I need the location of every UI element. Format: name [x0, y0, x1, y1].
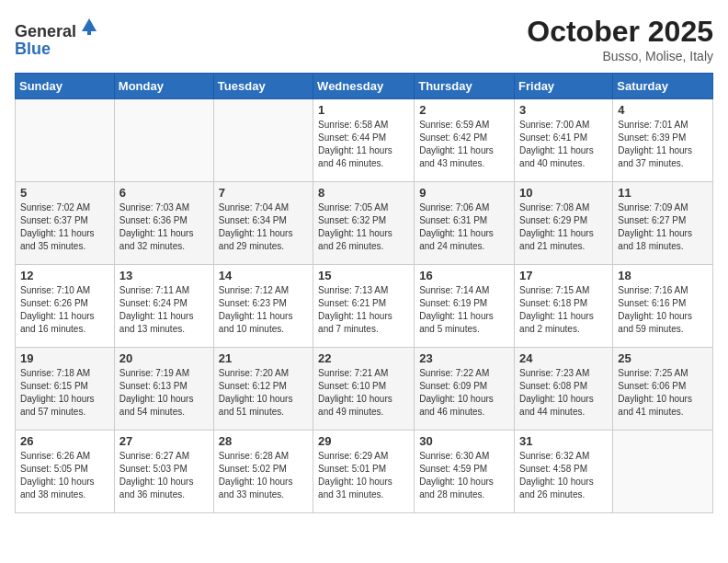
day-info: Sunrise: 7:16 AMSunset: 6:16 PMDaylight:…	[618, 284, 708, 336]
day-number: 20	[119, 351, 209, 365]
calendar-cell: 8Sunrise: 7:05 AMSunset: 6:32 PMDaylight…	[313, 182, 415, 265]
calendar-cell: 12Sunrise: 7:10 AMSunset: 6:26 PMDayligh…	[16, 265, 115, 348]
day-info: Sunrise: 7:21 AMSunset: 6:10 PMDaylight:…	[318, 367, 409, 419]
weekday-header: Tuesday	[213, 74, 313, 99]
day-number: 11	[618, 186, 708, 200]
calendar-cell: 18Sunrise: 7:16 AMSunset: 6:16 PMDayligh…	[613, 265, 713, 348]
day-number: 14	[219, 269, 308, 282]
calendar-cell: 14Sunrise: 7:12 AMSunset: 6:23 PMDayligh…	[213, 265, 313, 348]
calendar-cell: 7Sunrise: 7:04 AMSunset: 6:34 PMDaylight…	[213, 182, 313, 265]
day-info: Sunrise: 7:03 AMSunset: 6:36 PMDaylight:…	[119, 201, 209, 253]
day-number: 3	[519, 103, 608, 117]
day-number: 6	[119, 186, 209, 200]
calendar-cell: 11Sunrise: 7:09 AMSunset: 6:27 PMDayligh…	[613, 182, 713, 265]
day-info: Sunrise: 7:18 AMSunset: 6:15 PMDaylight:…	[20, 367, 109, 419]
day-number: 29	[318, 434, 409, 448]
day-info: Sunrise: 6:32 AMSunset: 4:58 PMDaylight:…	[519, 450, 608, 501]
calendar-week-row: 5Sunrise: 7:02 AMSunset: 6:37 PMDaylight…	[16, 182, 713, 265]
day-info: Sunrise: 7:09 AMSunset: 6:27 PMDaylight:…	[618, 201, 708, 253]
calendar-cell: 30Sunrise: 6:30 AMSunset: 4:59 PMDayligh…	[415, 431, 515, 513]
calendar-cell: 13Sunrise: 7:11 AMSunset: 6:24 PMDayligh…	[114, 265, 213, 348]
day-info: Sunrise: 7:19 AMSunset: 6:13 PMDaylight:…	[119, 367, 209, 419]
day-number: 27	[119, 434, 209, 448]
calendar-cell: 10Sunrise: 7:08 AMSunset: 6:29 PMDayligh…	[515, 182, 613, 265]
day-number: 1	[318, 103, 409, 117]
calendar-cell: 31Sunrise: 6:32 AMSunset: 4:58 PMDayligh…	[515, 431, 613, 513]
calendar-cell	[213, 99, 313, 182]
day-info: Sunrise: 6:59 AMSunset: 6:42 PMDaylight:…	[419, 119, 509, 170]
calendar-cell: 4Sunrise: 7:01 AMSunset: 6:39 PMDaylight…	[613, 99, 713, 182]
day-info: Sunrise: 7:10 AMSunset: 6:26 PMDaylight:…	[20, 284, 109, 336]
calendar-cell: 20Sunrise: 7:19 AMSunset: 6:13 PMDayligh…	[114, 348, 213, 431]
logo-icon	[78, 15, 100, 37]
day-info: Sunrise: 7:06 AMSunset: 6:31 PMDaylight:…	[419, 201, 509, 253]
day-number: 18	[618, 269, 708, 282]
day-number: 19	[20, 351, 109, 365]
calendar-cell: 17Sunrise: 7:15 AMSunset: 6:18 PMDayligh…	[515, 265, 613, 348]
calendar-week-row: 1Sunrise: 6:58 AMSunset: 6:44 PMDaylight…	[16, 99, 713, 182]
weekday-header: Sunday	[16, 74, 115, 99]
day-info: Sunrise: 7:14 AMSunset: 6:19 PMDaylight:…	[419, 284, 509, 336]
day-info: Sunrise: 7:20 AMSunset: 6:12 PMDaylight:…	[219, 367, 308, 419]
month-title: October 2025 Busso, Molise, Italy	[527, 15, 713, 63]
calendar-cell: 2Sunrise: 6:59 AMSunset: 6:42 PMDaylight…	[415, 99, 515, 182]
weekday-header-row: SundayMondayTuesdayWednesdayThursdayFrid…	[16, 74, 713, 99]
svg-marker-1	[87, 31, 91, 35]
day-info: Sunrise: 7:05 AMSunset: 6:32 PMDaylight:…	[318, 201, 409, 253]
calendar-cell: 15Sunrise: 7:13 AMSunset: 6:21 PMDayligh…	[313, 265, 415, 348]
day-number: 23	[419, 351, 509, 365]
day-number: 13	[119, 269, 209, 282]
calendar-cell: 1Sunrise: 6:58 AMSunset: 6:44 PMDaylight…	[313, 99, 415, 182]
day-number: 17	[519, 269, 608, 282]
day-info: Sunrise: 6:29 AMSunset: 5:01 PMDaylight:…	[318, 450, 409, 501]
day-number: 8	[318, 186, 409, 200]
day-info: Sunrise: 6:58 AMSunset: 6:44 PMDaylight:…	[318, 119, 409, 170]
calendar-cell: 6Sunrise: 7:03 AMSunset: 6:36 PMDaylight…	[114, 182, 213, 265]
day-info: Sunrise: 7:13 AMSunset: 6:21 PMDaylight:…	[318, 284, 409, 336]
weekday-header: Wednesday	[313, 74, 415, 99]
calendar-cell: 22Sunrise: 7:21 AMSunset: 6:10 PMDayligh…	[313, 348, 415, 431]
calendar-cell: 29Sunrise: 6:29 AMSunset: 5:01 PMDayligh…	[313, 431, 415, 513]
day-number: 9	[419, 186, 509, 200]
calendar-cell: 16Sunrise: 7:14 AMSunset: 6:19 PMDayligh…	[415, 265, 515, 348]
calendar-week-row: 19Sunrise: 7:18 AMSunset: 6:15 PMDayligh…	[16, 348, 713, 431]
day-info: Sunrise: 6:26 AMSunset: 5:05 PMDaylight:…	[20, 450, 109, 501]
day-number: 22	[318, 351, 409, 365]
day-info: Sunrise: 7:01 AMSunset: 6:39 PMDaylight:…	[618, 119, 708, 170]
day-info: Sunrise: 7:12 AMSunset: 6:23 PMDaylight:…	[219, 284, 308, 336]
day-info: Sunrise: 7:25 AMSunset: 6:06 PMDaylight:…	[618, 367, 708, 419]
day-number: 30	[419, 434, 509, 448]
svg-marker-0	[82, 18, 97, 31]
day-info: Sunrise: 7:15 AMSunset: 6:18 PMDaylight:…	[519, 284, 608, 336]
day-info: Sunrise: 6:28 AMSunset: 5:02 PMDaylight:…	[219, 450, 308, 501]
day-info: Sunrise: 7:08 AMSunset: 6:29 PMDaylight:…	[519, 201, 608, 253]
calendar-cell: 5Sunrise: 7:02 AMSunset: 6:37 PMDaylight…	[16, 182, 115, 265]
calendar-cell: 19Sunrise: 7:18 AMSunset: 6:15 PMDayligh…	[16, 348, 115, 431]
day-info: Sunrise: 7:04 AMSunset: 6:34 PMDaylight:…	[219, 201, 308, 253]
weekday-header: Saturday	[613, 74, 713, 99]
calendar-cell: 28Sunrise: 6:28 AMSunset: 5:02 PMDayligh…	[213, 431, 313, 513]
logo: General Blue	[15, 15, 100, 58]
day-number: 5	[20, 186, 109, 200]
day-number: 4	[618, 103, 708, 117]
page-header: General Blue October 2025 Busso, Molise,…	[15, 15, 713, 63]
month-heading: October 2025	[527, 15, 713, 49]
calendar-cell	[114, 99, 213, 182]
day-number: 16	[419, 269, 509, 282]
calendar-week-row: 26Sunrise: 6:26 AMSunset: 5:05 PMDayligh…	[16, 431, 713, 513]
day-number: 2	[419, 103, 509, 117]
day-number: 25	[618, 351, 708, 365]
calendar-cell: 27Sunrise: 6:27 AMSunset: 5:03 PMDayligh…	[114, 431, 213, 513]
day-number: 28	[219, 434, 308, 448]
day-number: 31	[519, 434, 608, 448]
day-number: 7	[219, 186, 308, 200]
calendar-cell: 3Sunrise: 7:00 AMSunset: 6:41 PMDaylight…	[515, 99, 613, 182]
weekday-header: Friday	[515, 74, 613, 99]
day-number: 10	[519, 186, 608, 200]
day-number: 12	[20, 269, 109, 282]
calendar-cell	[613, 431, 713, 513]
day-number: 26	[20, 434, 109, 448]
day-info: Sunrise: 6:27 AMSunset: 5:03 PMDaylight:…	[119, 450, 209, 501]
day-info: Sunrise: 7:22 AMSunset: 6:09 PMDaylight:…	[419, 367, 509, 419]
calendar-table: SundayMondayTuesdayWednesdayThursdayFrid…	[15, 73, 713, 513]
